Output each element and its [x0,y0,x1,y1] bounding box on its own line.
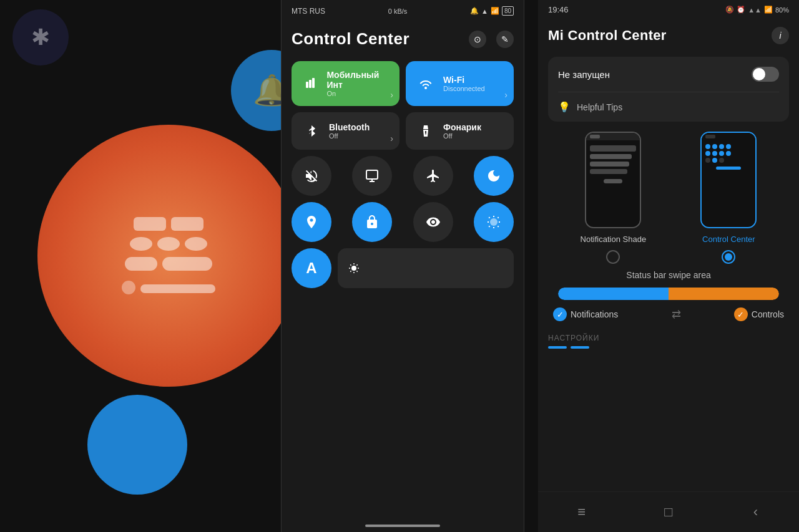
phone-content: Control Center ⊙ ✎ Мобильный Инт [282,19,524,517]
bg-blue-circle-left [87,395,187,495]
controls-check: ✓ [734,307,748,321]
helpful-tips-text: Helpful Tips [577,102,622,112]
wifi-status: Disconnected [443,85,485,92]
swap-icon: ⇄ [672,307,681,321]
svg-rect-2 [312,78,315,88]
speed-text: 0 kB/s [388,7,408,15]
signal-icon: ▲ [481,7,488,15]
silent-btn[interactable] [292,156,331,196]
settings-content: Mi Control Center i Не запущен 💡 Helpful… [538,17,799,491]
settings-icon[interactable]: ⊙ [469,31,486,48]
back-nav-btn[interactable]: ‹ [740,500,771,525]
toggles-grid: Мобильный Инт On › Wi-Fi Disconnected › [292,61,514,150]
round-buttons-row1 [292,156,514,196]
svg-point-5 [351,266,356,271]
style-option-notification[interactable]: Notification Shade [581,132,647,264]
bluetooth-toggle[interactable]: Bluetooth Off › [292,112,400,150]
legend-row: ✓ Notifications ⇄ ✓ Controls [548,307,789,327]
toggle-row: Не запущен [548,57,789,92]
svg-point-4 [490,218,498,226]
flashlight-info: Фонарик Off [443,122,481,140]
battery-text: 80 [502,6,514,16]
mobile-data-name: Мобильный Инт [326,70,390,90]
wifi-arrow: › [504,90,507,100]
helpful-tips-row[interactable]: 💡 Helpful Tips [548,92,789,122]
svg-rect-1 [309,80,311,88]
settings-status-icons: 🔕 ⏰ ▲▲ 📶 80% [725,6,789,14]
carrier-text: MTS RUS [292,7,325,16]
wifi-name: Wi-Fi [443,75,485,85]
swipe-area-label: Status bar swipe area [548,270,789,280]
screen-btn[interactable] [352,156,392,196]
lock-btn[interactable] [352,202,392,242]
mini-tab-2 [571,346,589,349]
bluetooth-arrow: › [390,133,393,143]
brightness-icon [348,262,360,274]
bg-bluetooth-circle: ✱ [12,9,69,65]
keyboard-bg-icon [122,217,215,294]
main-toggle[interactable] [752,67,779,82]
bluetooth-name: Bluetooth [329,122,370,132]
swipe-bar-blue [558,288,669,300]
radio-inner [725,253,732,261]
flashlight-toggle[interactable]: Фонарик Off [406,112,514,150]
battery-status: 80% [775,6,789,14]
style-option-control[interactable]: Control Center [700,132,757,264]
home-nav-btn[interactable]: □ [653,500,684,525]
bg-orange-circle [37,125,300,387]
bottom-actions-row: A [292,248,514,288]
toggle-label-text: Не запущен [558,69,610,80]
home-indicator [365,525,440,527]
settings-title: Mi Control Center [548,27,667,44]
mobile-data-status: On [326,90,390,97]
control-center-title: Control Center [292,29,409,49]
notification-icon: 🔔 [470,7,479,15]
flashlight-name: Фонарик [443,122,481,132]
control-center-label: Control Center [702,235,755,244]
notification-shade-preview [585,132,641,228]
bluetooth-toggle-icon [301,121,321,141]
notifications-legend-item: ✓ Notifications [553,307,618,321]
location-btn[interactable] [292,202,331,242]
notification-shade-radio[interactable] [606,250,620,264]
controls-legend-item: ✓ Controls [734,307,784,321]
control-center-radio[interactable] [722,250,735,264]
tips-icon: 💡 [558,101,571,113]
a-button[interactable]: A [292,248,331,288]
control-center-preview [700,132,757,228]
mobile-data-toggle[interactable]: Мобильный Инт On › [292,61,400,106]
menu-nav-btn[interactable]: ≡ [566,500,597,525]
wifi-icon: 📶 [491,7,499,15]
bluetooth-status: Off [329,132,370,140]
mini-tab-1 [548,346,567,349]
mobile-data-info: Мобильный Инт On [326,70,390,97]
swipe-bar-container [558,288,779,300]
wifi-toggle-icon [416,74,436,94]
moon-btn[interactable] [474,156,514,196]
alarm-icon: 🔕 [725,6,734,14]
brightness-auto-btn[interactable] [474,202,514,242]
swipe-bar-orange [669,288,779,300]
phone-status-bar: MTS RUS 0 kB/s 🔔 ▲ 📶 80 [282,0,524,19]
notifications-check: ✓ [553,307,567,321]
notification-shade-label: Notification Shade [581,235,647,244]
edit-icon[interactable]: ✎ [496,31,514,48]
mobile-data-icon [301,74,319,94]
control-center-preview-content [702,140,755,227]
wifi-status-icon: 📶 [764,6,773,14]
mobile-data-arrow: › [390,90,393,100]
status-right-icons: 🔔 ▲ 📶 80 [470,6,514,16]
brightness-bar[interactable] [338,248,514,288]
notifications-legend-label: Notifications [571,309,618,319]
eye-btn[interactable] [413,202,453,242]
flashlight-status: Off [443,132,481,140]
airplane-btn[interactable] [413,156,453,196]
controls-legend-label: Controls [752,309,784,319]
wifi-toggle[interactable]: Wi-Fi Disconnected › [406,61,514,106]
clock-icon: ⏰ [737,6,745,14]
settings-status-bar: 19:46 🔕 ⏰ ▲▲ 📶 80% [538,0,799,17]
settings-panel: 19:46 🔕 ⏰ ▲▲ 📶 80% Mi Control Center i Н… [538,0,799,532]
round-buttons-row2 [292,202,514,242]
info-button[interactable]: i [772,27,789,44]
bottom-nav: ≡ □ ‹ [538,491,799,532]
